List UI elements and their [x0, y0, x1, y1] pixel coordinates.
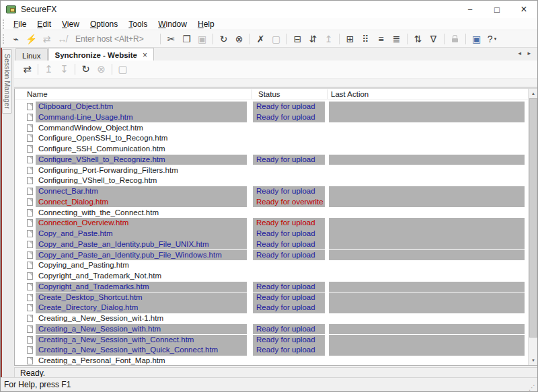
table-row[interactable]: Copy_and_Paste_an_Identity.pub_File_UNIX…	[15, 239, 528, 250]
table-row[interactable]: Connecting_with_the_Connect.htm	[15, 208, 528, 219]
list-view-icon[interactable]: ≡	[373, 32, 389, 46]
table-row[interactable]: Copying_and_Pasting.htm	[15, 260, 528, 271]
details-view-icon[interactable]: ≣	[389, 32, 404, 46]
scroll-down-icon[interactable]: ▼	[529, 356, 538, 365]
cell-last-action	[329, 282, 525, 292]
cell-last-action	[329, 218, 525, 229]
session-manager-tab[interactable]: Session Manager	[2, 49, 12, 114]
synchronize-icon[interactable]: ↻	[216, 32, 231, 46]
tab-synchronize-website[interactable]: Synchronize - Website×	[48, 48, 155, 61]
skip-file-icon[interactable]: ▢	[115, 62, 130, 77]
tab-scroll-right-icon[interactable]: ▸	[527, 50, 531, 56]
table-row[interactable]: Connect_Bar.htmReady for upload	[15, 186, 528, 197]
menu-options[interactable]: Options	[85, 19, 123, 29]
filter-icon[interactable]: ∇	[426, 32, 441, 46]
scrollbar-thumb[interactable]	[529, 98, 537, 338]
table-row[interactable]: Creating_a_New_Session_with_Quick_Connec…	[15, 345, 528, 356]
disconnect-icon[interactable]: ↮	[54, 32, 70, 46]
synchronize-files-icon[interactable]: ⇄	[20, 62, 35, 77]
refresh-icon[interactable]: ↻	[78, 62, 93, 77]
scroll-up-icon[interactable]: ▲	[529, 89, 538, 98]
file-icon	[27, 198, 33, 206]
table-row[interactable]: Configure_VShell_to_Recognize.htmReady f…	[15, 155, 528, 165]
cell-status	[253, 144, 325, 155]
vertical-scrollbar[interactable]: ▲ ▼	[528, 89, 538, 365]
table-row[interactable]: Copy_and_Paste_an_Identity.pub_File_Wind…	[15, 250, 528, 261]
connect-icon[interactable]: ⌁	[8, 32, 24, 46]
maximize-button[interactable]: □	[484, 1, 510, 18]
cell-name: Copy_and_Paste_an_Identity.pub_File_UNIX…	[36, 239, 247, 250]
large-icons-view-icon[interactable]: ⊞	[342, 32, 358, 46]
menu-tools[interactable]: Tools	[123, 19, 153, 29]
help-icon[interactable]: ?▾	[484, 32, 500, 46]
menu-window[interactable]: Window	[153, 19, 192, 29]
minimize-button[interactable]: −	[457, 1, 484, 18]
column-header-status[interactable]: Status	[258, 90, 280, 98]
cell-status: Ready for upload	[253, 292, 325, 303]
folder-up-icon[interactable]: ↥	[321, 32, 336, 46]
table-row[interactable]: Copyright_and_Trademark_Not.htm	[15, 271, 528, 282]
toolbar-drag-handle[interactable]	[3, 34, 5, 44]
resize-grip[interactable]: ⋰	[529, 385, 535, 391]
table-row[interactable]: Create_Directory_Dialog.htmReady for upl…	[15, 303, 528, 313]
menu-file[interactable]: File	[8, 19, 32, 29]
menu-view[interactable]: View	[56, 19, 85, 29]
table-row[interactable]: Configure_SSH_Communication.htm	[15, 144, 528, 155]
table-row[interactable]: Configuring_VShell_to_Recog.htm	[15, 175, 528, 186]
sort-icon[interactable]: ⇅	[410, 32, 426, 46]
cancel-icon[interactable]: ⊗	[231, 32, 247, 46]
table-row[interactable]: Creating_a_New_Session_with_Connect.htmR…	[15, 335, 528, 346]
table-row[interactable]: Clipboard_Object.htmReady for upload	[15, 102, 528, 112]
menu-help[interactable]: Help	[192, 19, 220, 29]
file-icon	[27, 294, 33, 301]
cell-name: Copyright_and_Trademarks.htm	[36, 282, 247, 292]
main-area: LinuxSynchronize - Website× ◂ ▸ ⇄↥↧↻⊗▢ N…	[14, 48, 538, 379]
download-icon[interactable]: ↧	[56, 62, 72, 77]
cell-name: Copy_and_Paste_an_Identity.pub_File_Wind…	[36, 250, 247, 261]
file-icon	[27, 315, 33, 322]
paste-icon[interactable]: ▣	[194, 32, 210, 46]
transfer-icon[interactable]: ⇵	[305, 32, 321, 46]
quick-connect-icon[interactable]: ⚡	[24, 32, 39, 46]
upload-icon[interactable]: ↥	[41, 62, 56, 77]
copy-icon[interactable]: ❐	[179, 32, 194, 46]
cut-icon[interactable]: ✂	[163, 32, 179, 46]
table-row[interactable]: Connect_Dialog.htmReady for overwrite	[15, 197, 528, 208]
session-options-icon[interactable]: ▣	[469, 32, 484, 46]
tab-linux[interactable]: Linux	[15, 48, 48, 61]
cell-status	[253, 133, 325, 144]
table-row[interactable]: Creating_a_New_Session_wit-1.htm	[15, 313, 528, 324]
session-manager-icon[interactable]: ⊟	[290, 32, 305, 46]
reconnect-icon[interactable]: ⇄	[39, 32, 54, 46]
table-row[interactable]: Creating_a_New_Session_with.htmReady for…	[15, 324, 528, 335]
table-row[interactable]: Connection_Overview.htmReady for upload	[15, 218, 528, 229]
cell-status	[253, 165, 325, 176]
table-row[interactable]: Create_Desktop_Shortcut.htmReady for upl…	[15, 292, 528, 303]
tab-close-icon[interactable]: ×	[143, 50, 147, 60]
host-input[interactable]	[74, 34, 153, 44]
close-button[interactable]: ×	[510, 1, 537, 18]
table-row[interactable]: Creating_a_Personal_Font_Map.htm	[15, 356, 528, 365]
table-row[interactable]: CommandWindow_Object.htm	[15, 123, 528, 134]
toolbar-separator	[249, 34, 250, 44]
file-skip-icon[interactable]: ▢	[268, 32, 284, 46]
menu-drag-handle[interactable]	[3, 19, 5, 29]
stop-icon[interactable]: ⊗	[93, 62, 109, 77]
column-header-last-action[interactable]: Last Action	[331, 90, 369, 98]
lock-icon[interactable]	[447, 32, 463, 46]
small-icons-view-icon[interactable]: ⠿	[358, 32, 373, 46]
file-icon	[27, 103, 33, 110]
synchronize-toolbar: ⇄↥↧↻⊗▢	[14, 61, 538, 79]
table-row[interactable]: Command-Line_Usage.htmReady for upload	[15, 112, 528, 123]
cell-last-action	[329, 197, 525, 208]
column-header-name[interactable]: Name	[27, 90, 48, 98]
tab-scroll-left-icon[interactable]: ◂	[518, 50, 521, 56]
table-row[interactable]: Configuring_Port-Forwarding_Filters.htm	[15, 165, 528, 176]
cell-status: Ready for upload	[253, 250, 325, 261]
menu-edit[interactable]: Edit	[32, 19, 56, 29]
delete-icon[interactable]: ✗	[253, 32, 268, 46]
cell-last-action	[329, 260, 525, 271]
table-row[interactable]: Copyright_and_Trademarks.htmReady for up…	[15, 282, 528, 292]
table-row[interactable]: Copy_and_Paste.htmReady for upload	[15, 229, 528, 239]
table-row[interactable]: Configure_OpenSSH_to_Recogn.htm	[15, 133, 528, 144]
